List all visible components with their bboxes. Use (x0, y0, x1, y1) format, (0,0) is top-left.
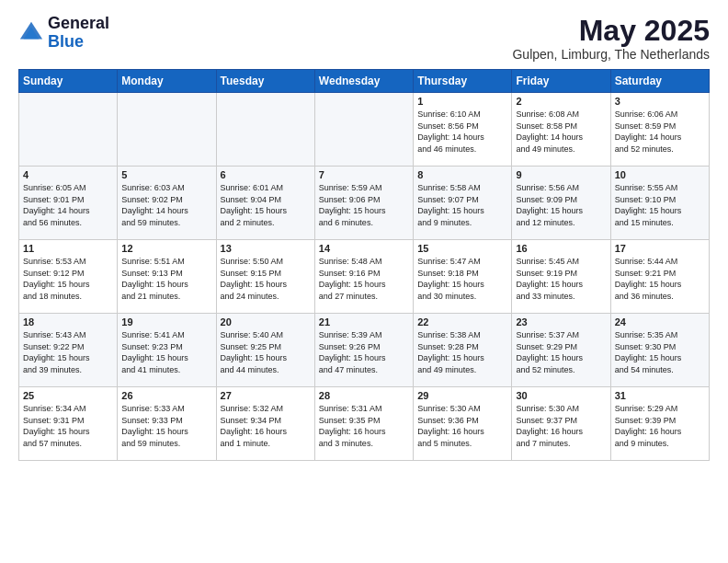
day-info: Sunrise: 5:51 AMSunset: 9:13 PMDaylight:… (121, 256, 211, 302)
day-info: Sunrise: 5:50 AMSunset: 9:15 PMDaylight:… (221, 256, 311, 302)
location: Gulpen, Limburg, The Netherlands (512, 47, 710, 62)
day-number: 5 (121, 169, 211, 180)
day-info: Sunrise: 6:05 AMSunset: 9:01 PMDaylight:… (23, 182, 113, 228)
day-info: Sunrise: 5:32 AMSunset: 9:34 PMDaylight:… (221, 403, 311, 449)
calendar-cell: 18Sunrise: 5:43 AMSunset: 9:22 PMDayligh… (19, 314, 118, 387)
day-number: 11 (23, 243, 113, 254)
calendar-header-row: SundayMondayTuesdayWednesdayThursdayFrid… (19, 70, 710, 93)
day-number: 14 (319, 243, 409, 254)
day-number: 29 (417, 390, 507, 401)
calendar-cell: 11Sunrise: 5:53 AMSunset: 9:12 PMDayligh… (19, 240, 118, 314)
day-number: 30 (516, 390, 606, 401)
calendar-cell: 14Sunrise: 5:48 AMSunset: 9:16 PMDayligh… (314, 240, 413, 314)
calendar: SundayMondayTuesdayWednesdayThursdayFrid… (18, 69, 710, 461)
calendar-cell: 16Sunrise: 5:45 AMSunset: 9:19 PMDayligh… (512, 240, 610, 314)
day-info: Sunrise: 6:10 AMSunset: 8:56 PMDaylight:… (417, 109, 507, 155)
page: General Blue May 2025 Gulpen, Limburg, T… (0, 0, 728, 476)
calendar-cell: 5Sunrise: 6:03 AMSunset: 9:02 PMDaylight… (118, 167, 216, 240)
calendar-cell: 9Sunrise: 5:56 AMSunset: 9:09 PMDaylight… (512, 167, 610, 240)
day-number: 9 (516, 169, 606, 180)
day-info: Sunrise: 6:06 AMSunset: 8:59 PMDaylight:… (615, 109, 705, 155)
day-number: 24 (615, 316, 705, 327)
calendar-cell: 1Sunrise: 6:10 AMSunset: 8:56 PMDaylight… (414, 93, 512, 167)
day-number: 17 (615, 243, 705, 254)
calendar-cell: 26Sunrise: 5:33 AMSunset: 9:33 PMDayligh… (118, 387, 216, 461)
day-info: Sunrise: 5:55 AMSunset: 9:10 PMDaylight:… (615, 182, 705, 228)
calendar-week-4: 18Sunrise: 5:43 AMSunset: 9:22 PMDayligh… (19, 314, 710, 387)
day-number: 18 (23, 316, 113, 327)
day-info: Sunrise: 5:56 AMSunset: 9:09 PMDaylight:… (516, 182, 606, 228)
calendar-cell: 13Sunrise: 5:50 AMSunset: 9:15 PMDayligh… (216, 240, 314, 314)
month-title: May 2025 (512, 15, 710, 47)
calendar-week-1: 1Sunrise: 6:10 AMSunset: 8:56 PMDaylight… (19, 93, 710, 167)
logo-icon (18, 20, 44, 46)
day-number: 7 (319, 169, 409, 180)
calendar-cell: 23Sunrise: 5:37 AMSunset: 9:29 PMDayligh… (512, 314, 610, 387)
day-info: Sunrise: 5:35 AMSunset: 9:30 PMDaylight:… (615, 329, 705, 375)
calendar-cell: 4Sunrise: 6:05 AMSunset: 9:01 PMDaylight… (19, 167, 118, 240)
calendar-cell: 8Sunrise: 5:58 AMSunset: 9:07 PMDaylight… (414, 167, 512, 240)
day-number: 13 (221, 243, 311, 254)
day-number: 1 (417, 96, 507, 107)
day-header-thursday: Thursday (414, 70, 512, 93)
day-number: 8 (417, 169, 507, 180)
day-number: 28 (319, 390, 409, 401)
day-info: Sunrise: 5:34 AMSunset: 9:31 PMDaylight:… (23, 403, 113, 449)
day-info: Sunrise: 5:53 AMSunset: 9:12 PMDaylight:… (23, 256, 113, 302)
day-number: 4 (23, 169, 113, 180)
calendar-cell: 3Sunrise: 6:06 AMSunset: 8:59 PMDaylight… (610, 93, 709, 167)
day-info: Sunrise: 5:38 AMSunset: 9:28 PMDaylight:… (417, 329, 507, 375)
calendar-cell: 28Sunrise: 5:31 AMSunset: 9:35 PMDayligh… (314, 387, 413, 461)
day-number: 25 (23, 390, 113, 401)
day-header-saturday: Saturday (610, 70, 709, 93)
calendar-cell (314, 93, 413, 167)
title-block: May 2025 Gulpen, Limburg, The Netherland… (512, 15, 710, 62)
calendar-cell: 31Sunrise: 5:29 AMSunset: 9:39 PMDayligh… (610, 387, 709, 461)
day-info: Sunrise: 6:03 AMSunset: 9:02 PMDaylight:… (121, 182, 211, 228)
day-info: Sunrise: 5:41 AMSunset: 9:23 PMDaylight:… (121, 329, 211, 375)
calendar-cell: 25Sunrise: 5:34 AMSunset: 9:31 PMDayligh… (19, 387, 118, 461)
calendar-cell (216, 93, 314, 167)
day-header-tuesday: Tuesday (216, 70, 314, 93)
logo: General Blue (18, 15, 109, 52)
calendar-cell: 22Sunrise: 5:38 AMSunset: 9:28 PMDayligh… (414, 314, 512, 387)
calendar-cell: 10Sunrise: 5:55 AMSunset: 9:10 PMDayligh… (610, 167, 709, 240)
day-number: 10 (615, 169, 705, 180)
calendar-week-3: 11Sunrise: 5:53 AMSunset: 9:12 PMDayligh… (19, 240, 710, 314)
calendar-cell: 6Sunrise: 6:01 AMSunset: 9:04 PMDaylight… (216, 167, 314, 240)
calendar-week-5: 25Sunrise: 5:34 AMSunset: 9:31 PMDayligh… (19, 387, 710, 461)
day-info: Sunrise: 5:44 AMSunset: 9:21 PMDaylight:… (615, 256, 705, 302)
day-number: 22 (417, 316, 507, 327)
day-info: Sunrise: 6:08 AMSunset: 8:58 PMDaylight:… (516, 109, 606, 155)
day-number: 19 (121, 316, 211, 327)
calendar-week-2: 4Sunrise: 6:05 AMSunset: 9:01 PMDaylight… (19, 167, 710, 240)
day-number: 23 (516, 316, 606, 327)
calendar-cell (118, 93, 216, 167)
calendar-cell (19, 93, 118, 167)
day-header-wednesday: Wednesday (314, 70, 413, 93)
calendar-cell: 21Sunrise: 5:39 AMSunset: 9:26 PMDayligh… (314, 314, 413, 387)
calendar-cell: 7Sunrise: 5:59 AMSunset: 9:06 PMDaylight… (314, 167, 413, 240)
calendar-cell: 24Sunrise: 5:35 AMSunset: 9:30 PMDayligh… (610, 314, 709, 387)
day-info: Sunrise: 5:58 AMSunset: 9:07 PMDaylight:… (417, 182, 507, 228)
calendar-cell: 20Sunrise: 5:40 AMSunset: 9:25 PMDayligh… (216, 314, 314, 387)
day-number: 31 (615, 390, 705, 401)
day-info: Sunrise: 5:29 AMSunset: 9:39 PMDaylight:… (615, 403, 705, 449)
logo-blue: Blue (48, 32, 84, 51)
calendar-cell: 17Sunrise: 5:44 AMSunset: 9:21 PMDayligh… (610, 240, 709, 314)
calendar-cell: 19Sunrise: 5:41 AMSunset: 9:23 PMDayligh… (118, 314, 216, 387)
calendar-cell: 30Sunrise: 5:30 AMSunset: 9:37 PMDayligh… (512, 387, 610, 461)
calendar-cell: 15Sunrise: 5:47 AMSunset: 9:18 PMDayligh… (414, 240, 512, 314)
day-info: Sunrise: 5:30 AMSunset: 9:37 PMDaylight:… (516, 403, 606, 449)
header: General Blue May 2025 Gulpen, Limburg, T… (18, 15, 710, 62)
day-number: 27 (221, 390, 311, 401)
day-info: Sunrise: 5:33 AMSunset: 9:33 PMDaylight:… (121, 403, 211, 449)
calendar-cell: 29Sunrise: 5:30 AMSunset: 9:36 PMDayligh… (414, 387, 512, 461)
day-number: 2 (516, 96, 606, 107)
day-info: Sunrise: 5:48 AMSunset: 9:16 PMDaylight:… (319, 256, 409, 302)
day-info: Sunrise: 5:45 AMSunset: 9:19 PMDaylight:… (516, 256, 606, 302)
day-info: Sunrise: 5:30 AMSunset: 9:36 PMDaylight:… (417, 403, 507, 449)
calendar-cell: 12Sunrise: 5:51 AMSunset: 9:13 PMDayligh… (118, 240, 216, 314)
day-info: Sunrise: 5:39 AMSunset: 9:26 PMDaylight:… (319, 329, 409, 375)
logo-text: General Blue (48, 15, 109, 52)
